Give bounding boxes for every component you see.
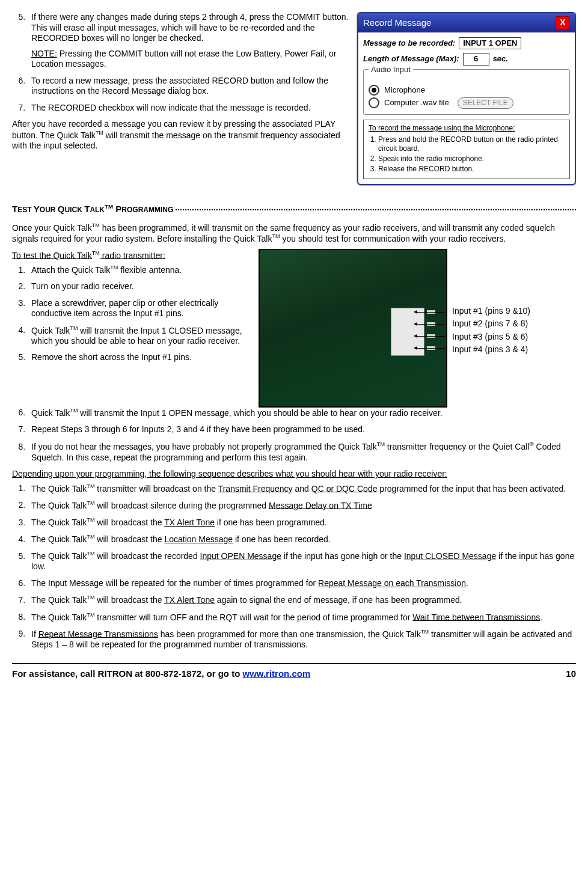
note-label: NOTE: <box>31 49 57 58</box>
step-6: To record a new message, press the assoc… <box>28 76 351 97</box>
test-steps-6-8: Quick TalkTM will transmit the Input 1 O… <box>12 408 576 463</box>
seq-1: The Quick TalkTM transmitter will broadc… <box>28 483 576 494</box>
msg-length-field[interactable]: 6 <box>463 53 489 65</box>
pin-labels: Input #1 (pins 9 &10) Input #2 (pins 7 &… <box>452 306 530 358</box>
after-record-paragraph: After you have recorded a message you ca… <box>12 119 351 151</box>
test-step-8: If you do not hear the messages, you hav… <box>28 441 576 463</box>
test-step-1: Attach the Quick TalkTM flexible antenna… <box>28 264 253 275</box>
instruction-box: To record the message using the Micropho… <box>363 120 570 179</box>
test-step-6: Quick TalkTM will transmit the Input 1 O… <box>28 408 576 418</box>
step-5: If there were any changes made during st… <box>28 12 351 70</box>
radio-microphone[interactable]: Microphone <box>369 85 565 96</box>
footer: For assistance, call RITRON at 800-872-1… <box>12 668 576 680</box>
dialog-title-text: Record Message <box>363 17 431 29</box>
pin-label-1: Input #1 (pins 9 &10) <box>452 306 530 317</box>
audio-input-fieldset: Audio Input Microphone Computer .wav fil… <box>363 69 570 115</box>
record-message-dialog: Record Message X Message to be recorded:… <box>357 12 576 185</box>
seq-9: If Repeat Message Transmissions has been… <box>28 629 576 650</box>
sequence-heading: Depending upon your programming, the fol… <box>12 469 576 480</box>
radio-selected-icon <box>369 85 379 96</box>
note-text: Pressing the COMMIT button will not eras… <box>31 49 337 69</box>
msg-to-record-field[interactable]: INPUT 1 OPEN <box>459 37 521 49</box>
step-5-text: If there were any changes made during st… <box>31 12 348 43</box>
footer-link[interactable]: www.ritron.com <box>242 668 310 679</box>
seq-8: The Quick TalkTM transmitter will turn O… <box>28 612 576 623</box>
audio-input-legend: Audio Input <box>369 65 413 75</box>
section-heading-test-programming: TEST YOUR QUICK TALKTM PROGRAMMING <box>12 203 576 215</box>
intro-paragraph: Once your Quick TalkTM has been programm… <box>12 222 576 244</box>
msg-length-row: Length of Message (Max): 6 sec. <box>363 53 570 65</box>
pin-label-3: Input #3 (pins 5 & 6) <box>452 332 530 343</box>
seq-3: The Quick TalkTM will broadcast the TX A… <box>28 517 576 528</box>
tm-mark: TM <box>96 130 103 136</box>
seq-5: The Quick TalkTM will broadcast the reco… <box>28 551 576 572</box>
page-number: 10 <box>566 668 576 680</box>
radio-wavfile[interactable]: Computer .wav file SELECT FILE <box>369 97 565 109</box>
close-icon[interactable]: X <box>556 16 570 29</box>
seq-4: The Quick TalkTM will broadcast the Loca… <box>28 534 576 545</box>
footer-text: For assistance, call RITRON at 800-872-1… <box>12 668 242 679</box>
test-subheading: To test the Quick TalkTM radio transmitt… <box>12 250 253 261</box>
footer-rule <box>12 663 576 664</box>
seq-7: The Quick TalkTM will broadcast the TX A… <box>28 594 576 605</box>
radio-unselected-icon <box>369 97 379 108</box>
instr-3: Release the RECORD button. <box>378 165 565 174</box>
sequence-steps: The Quick TalkTM transmitter will broadc… <box>12 483 576 650</box>
test-step-7: Repeat Steps 3 through 6 for Inputs 2, 3… <box>28 424 576 435</box>
test-step-3: Place a screwdriver, paper clip or other… <box>28 298 253 319</box>
select-file-button[interactable]: SELECT FILE <box>458 97 513 109</box>
msg-to-record-row: Message to be recorded: INPUT 1 OPEN <box>363 37 570 49</box>
step-7: The RECORDED checkbox will now indicate … <box>28 103 351 114</box>
steps-5-7: If there were any changes made during st… <box>12 12 351 113</box>
test-step-4: Quick TalkTM will transmit the Input 1 C… <box>28 325 253 347</box>
test-steps-1-5: Attach the Quick TalkTM flexible antenna… <box>12 264 253 363</box>
seq-2: The Quick TalkTM will broadcast silence … <box>28 500 576 511</box>
pcb-figure: Input #1 (pins 9 &10) Input #2 (pins 7 &… <box>259 249 576 408</box>
instruction-title: To record the message using the Micropho… <box>369 124 565 133</box>
heading-dots <box>176 209 576 210</box>
instr-2: Speak into the radio microphone. <box>378 154 565 163</box>
pin-label-2: Input #2 (pins 7 & 8) <box>452 319 530 329</box>
test-step-5: Remove the short across the Input #1 pin… <box>28 352 253 363</box>
seq-6: The Input Message will be repeated for t… <box>28 578 576 589</box>
pin-label-4: Input #4 (pins 3 & 4) <box>452 344 530 355</box>
test-step-2: Turn on your radio receiver. <box>28 281 253 292</box>
dialog-titlebar: Record Message X <box>358 13 575 32</box>
pcb-image <box>259 249 447 408</box>
instr-1: Press and hold the RECORD button on the … <box>378 135 565 153</box>
